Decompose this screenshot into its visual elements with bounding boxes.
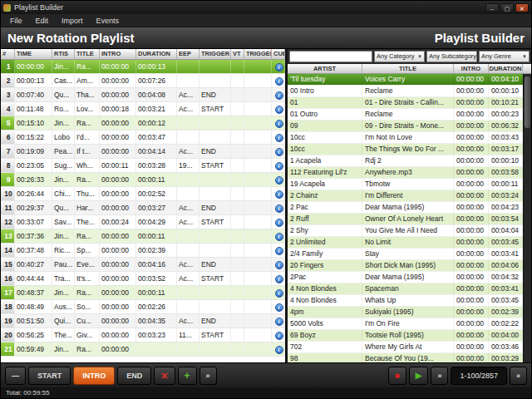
library-row[interactable]: 702 Where My Girls At 00:00:00 00:03:46 <box>288 342 531 353</box>
col-sweep[interactable]: EEP <box>177 49 200 59</box>
cue-info-icon[interactable] <box>275 106 283 114</box>
fast-forward-icon[interactable]: » <box>431 367 448 385</box>
playlist-row[interactable]: 15 00:40:27 Pau... Eve... 00:00:00 00:04… <box>1 258 285 272</box>
cue-info-icon[interactable] <box>275 233 283 241</box>
playlist-row[interactable]: 5 00:15:10 Jin... Ra... 00:00:00 00:00:1… <box>1 116 285 131</box>
cue-info-icon[interactable] <box>275 332 283 340</box>
maximize-button[interactable]: ▢ <box>500 3 514 12</box>
cue-info-icon[interactable] <box>275 346 283 354</box>
col-duration[interactable]: DURATION <box>136 49 177 59</box>
menu-edit[interactable]: Edit <box>30 16 55 26</box>
col-trigger-2[interactable]: TRIGGER <box>244 49 272 59</box>
library-row[interactable]: 69 Boyz Tootsie Roll (1995) 00:00:00 00:… <box>288 330 531 342</box>
cue-info-icon[interactable] <box>275 134 283 142</box>
play-icon[interactable]: ▶ <box>409 367 429 385</box>
next-page-icon[interactable]: » <box>510 367 527 385</box>
cue-info-icon[interactable] <box>275 204 283 213</box>
playlist-row[interactable]: 13 00:37:36 Jin... Ra... 00:00:00 00:00:… <box>1 229 285 244</box>
cue-info-icon[interactable] <box>275 261 283 269</box>
playlist-row[interactable]: 20 00:56:25 The... Giv... 00:00:00 00:03… <box>1 328 285 342</box>
cue-info-icon[interactable] <box>275 318 283 326</box>
playlist-row[interactable]: 4 00:11:48 Ro... Lov... 00:00:18 00:03:2… <box>1 102 285 116</box>
subcategory-filter-dropdown[interactable]: Any Subcategory ▼ <box>426 51 477 62</box>
library-row[interactable]: 01 01 - Dire Straits - Callin... 00:00:0… <box>288 97 531 109</box>
col-vt[interactable]: VT <box>231 49 244 59</box>
menu-file[interactable]: File <box>4 16 28 26</box>
playlist-row[interactable]: 14 00:37:48 Ric... Sp... 00:00:00 00:02:… <box>1 244 285 258</box>
cue-info-icon[interactable] <box>275 63 283 71</box>
playlist-row[interactable]: 21 00:59:49 Jin... Ra... 00:00:00 <box>1 342 285 357</box>
cue-info-icon[interactable] <box>275 219 283 227</box>
cue-info-icon[interactable] <box>275 176 283 185</box>
library-row[interactable]: 2 Chainz I'm Different 00:00:00 00:03:24 <box>288 190 531 202</box>
cue-info-icon[interactable] <box>275 275 283 283</box>
cue-info-icon[interactable] <box>275 247 283 255</box>
playlist-row[interactable]: 12 00:33:07 Sav... The... 00:00:24 00:04… <box>1 215 285 229</box>
playlist-row[interactable]: 3 00:07:40 Qu... Tha... 00:00:00 00:04:0… <box>1 88 285 102</box>
library-row[interactable]: 09 09 - Dire Straits - Mone... 00:00:00 … <box>288 121 531 132</box>
end-button[interactable]: END <box>117 367 151 385</box>
minimize-button[interactable]: – <box>485 3 499 12</box>
cue-info-icon[interactable] <box>275 303 283 312</box>
library-row[interactable]: 4 Non Blondes Spaceman 00:00:00 00:03:41 <box>288 283 531 295</box>
cue-info-icon[interactable] <box>275 120 283 128</box>
playlist-row[interactable]: 8 00:23:05 Sug... Wh... 00:00:11 00:03:2… <box>1 159 285 173</box>
col-artist[interactable]: RTIS <box>52 49 75 59</box>
playlist-row[interactable]: 10 00:26:44 Chi... Thu... 00:00:00 00:02… <box>1 187 285 201</box>
library-row[interactable]: 20 Fingers Short Dick Man (1995) 00:00:0… <box>288 260 531 272</box>
col-intro[interactable]: INTRO <box>100 49 136 59</box>
library-row[interactable]: 2Pac Dear Mama (1995) 00:00:00 00:04:32 <box>288 272 531 283</box>
library-row[interactable]: 01 Outro Reclame 00:00:00 00:00:23 <box>288 109 531 121</box>
category-filter-dropdown[interactable]: Any Category ▼ <box>374 51 425 62</box>
minus-button[interactable]: — <box>5 367 26 385</box>
col-cue[interactable]: CUE <box>272 49 285 59</box>
cue-info-icon[interactable] <box>275 77 283 86</box>
playlist-row[interactable]: 1 00:00:00 Jin... Ra... 00:00:00 00:00:1… <box>1 60 285 74</box>
scrollbar-thumb[interactable] <box>525 76 530 128</box>
library-row[interactable]: 98 Because Of You (19... 00:00:00 00:03:… <box>288 353 531 362</box>
stop-icon[interactable]: ■ <box>388 367 406 385</box>
library-row[interactable]: 2 Pac Dear Mama (1995) 00:00:00 00:04:23 <box>288 202 531 214</box>
delete-icon[interactable]: ✕ <box>154 367 175 385</box>
library-row[interactable]: 5000 Volts I'm On Fire 00:00:00 00:02:22 <box>288 318 531 330</box>
col-lib-title[interactable]: TITLE <box>362 64 454 73</box>
cue-info-icon[interactable] <box>275 91 283 100</box>
menu-import[interactable]: Import <box>56 16 89 26</box>
transfer-icon[interactable]: » <box>200 367 217 385</box>
library-row[interactable]: 2 Unlimited No Limit 00:00:00 00:03:45 <box>288 237 531 249</box>
col-lib-artist[interactable]: ARTIST <box>288 64 362 73</box>
playlist-row[interactable]: 6 00:15:22 Lobo I'd... 00:00:00 00:03:47 <box>1 131 285 145</box>
playlist-row[interactable]: 17 00:48:37 Jin... Ra... 00:00:00 00:00:… <box>1 286 285 300</box>
cue-info-icon[interactable] <box>275 190 283 199</box>
cue-info-icon[interactable] <box>275 148 283 156</box>
playlist-row[interactable]: 7 00:19:09 Pea... If t... 00:00:00 00:04… <box>1 145 285 159</box>
playlist-row[interactable]: 16 00:44:44 Tra... It's... 00:00:00 00:0… <box>1 272 285 286</box>
playlist-row[interactable]: 18 00:48:49 Aus... So... 00:00:00 00:02:… <box>1 300 285 314</box>
playlist-row[interactable]: 9 00:26:33 Jin... Ra... 00:00:00 00:00:1… <box>1 173 285 187</box>
close-button[interactable]: ✕ <box>515 3 529 12</box>
library-row[interactable]: 19 Acapela Tbmotw 00:00:00 00:00:11 <box>288 179 531 190</box>
library-row[interactable]: 10cc I'm Not In Love 00:00:00 00:03:43 <box>288 132 531 144</box>
add-icon[interactable]: + <box>178 367 197 385</box>
genre-filter-dropdown[interactable]: Any Genre ▼ <box>479 51 530 62</box>
playlist-row[interactable]: 2 00:00:13 Cas... Am... 00:00:00 00:07:2… <box>1 74 285 88</box>
library-row[interactable]: 2 Ruff Owner Of A Lonely Heart 00:00:00 … <box>288 214 531 225</box>
col-trigger[interactable]: TRIGGER <box>200 49 231 59</box>
library-row[interactable]: 112 Featuring Lil'z Anywhere.mp3 00:00:0… <box>288 167 531 179</box>
playlist-row[interactable]: 11 00:29:37 Qu... Har... 00:00:00 00:03:… <box>1 201 285 215</box>
col-lib-duration[interactable]: DURATION <box>489 64 523 73</box>
library-row[interactable]: 2/4 Family Stay 00:00:00 00:03:41 <box>288 249 531 260</box>
cue-info-icon[interactable] <box>275 162 283 170</box>
search-input[interactable] <box>289 51 372 62</box>
library-row[interactable]: 4pm Sukiyaki (1995) 00:00:00 00:02:39 <box>288 307 531 318</box>
col-time[interactable]: TIME <box>15 49 52 59</box>
playlist-row[interactable]: 19 00:51:50 Qui... Cu... 00:00:00 00:04:… <box>1 314 285 328</box>
col-title[interactable]: TITLE <box>75 49 100 59</box>
intro-button[interactable]: INTRO <box>73 367 115 385</box>
library-row[interactable]: 10cc The Things We Do For ... 00:00:00 0… <box>288 144 531 155</box>
library-row[interactable]: 4 Non Blondes Whats Up 00:00:00 00:03:45 <box>288 295 531 307</box>
library-row[interactable]: 1 Acapela Rdj 2 00:00:00 00:00:10 <box>288 155 531 167</box>
start-button[interactable]: START <box>28 367 71 385</box>
col-lib-intro[interactable]: INTRO <box>454 64 489 73</box>
cue-info-icon[interactable] <box>275 289 283 298</box>
